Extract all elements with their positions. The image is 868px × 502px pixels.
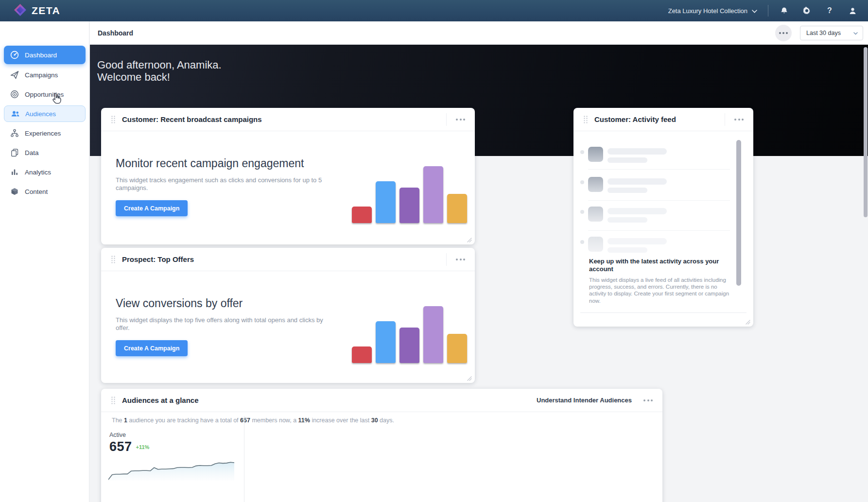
- card-menu-button[interactable]: [731, 115, 746, 124]
- chart-bar: [376, 181, 396, 223]
- chart-bar: [376, 321, 396, 363]
- activity-description: This widget displays a live feed of all …: [589, 277, 735, 304]
- engagement-bar-chart: [352, 166, 467, 223]
- widget-description: This widget tracks engagement such as cl…: [116, 176, 330, 191]
- nav-icons: ?: [779, 6, 857, 16]
- speedometer-icon: [10, 50, 19, 60]
- page-header-actions: Last 30 days: [775, 25, 868, 41]
- header-divider: [446, 113, 447, 126]
- date-range-value: Last 30 days: [806, 30, 841, 36]
- chevron-down-icon: [853, 30, 858, 36]
- resize-handle-icon[interactable]: [466, 236, 472, 242]
- drag-handle-icon[interactable]: [583, 115, 588, 124]
- page-scrollbar-thumb[interactable]: [864, 47, 868, 217]
- skeleton-avatar: [588, 177, 603, 192]
- sidebar-item-content[interactable]: Content: [4, 183, 86, 200]
- sidebar-item-label: Content: [25, 188, 48, 195]
- brand-logo[interactable]: ZETA: [0, 3, 60, 18]
- card-bottom-divider: [580, 312, 746, 313]
- understand-intender-audiences-link[interactable]: Understand Intender Audiences: [537, 397, 632, 404]
- nav-right-cluster: Zeta Luxury Hotel Collection ?: [668, 5, 868, 17]
- skeleton-bullet: [580, 150, 584, 154]
- skeleton-bullet: [580, 210, 584, 214]
- header-divider: [725, 113, 725, 126]
- active-trend-sparkline: [108, 459, 234, 481]
- active-count: 657: [109, 439, 132, 454]
- sidebar-item-label: Campaigns: [25, 71, 58, 79]
- sidebar-item-label: Data: [25, 149, 39, 156]
- chart-bar: [423, 166, 443, 223]
- create-campaign-button[interactable]: Create A Campaign: [116, 200, 188, 216]
- chart-bar: [447, 194, 467, 223]
- card-activity-feed: Customer: Activity feed: [573, 108, 753, 327]
- skeleton-line: [608, 188, 647, 193]
- card-title: Audiences at a glance: [122, 396, 199, 404]
- sidebar-item-data[interactable]: Data: [4, 144, 86, 161]
- card-title: Customer: Recent broadcast campaigns: [122, 115, 262, 123]
- stat-divider: [244, 416, 244, 502]
- widget-heading: View conversions by offer: [116, 297, 243, 310]
- create-campaign-button[interactable]: Create A Campaign: [116, 340, 188, 356]
- chart-bar: [399, 328, 419, 363]
- chart-bar: [399, 188, 419, 223]
- card-menu-button[interactable]: [453, 255, 468, 264]
- activity-heading: Keep up with the latest activity across …: [589, 258, 730, 273]
- drag-handle-icon[interactable]: [111, 396, 116, 405]
- sidebar-item-opportunities[interactable]: Opportunities: [4, 86, 86, 103]
- card-menu-button[interactable]: [453, 115, 468, 124]
- chart-bar: [447, 334, 467, 363]
- card-title: Customer: Activity feed: [594, 115, 676, 123]
- chart-bar: [352, 346, 372, 363]
- skeleton-line: [608, 217, 647, 223]
- zeta-diamond-icon: [14, 3, 27, 18]
- feed-separator: [588, 230, 730, 231]
- bar-chart-icon: [10, 167, 19, 177]
- card-header: Audiences at a glance Understand Intende…: [101, 389, 662, 412]
- delta-badge: +11%: [136, 444, 150, 450]
- drag-handle-icon[interactable]: [111, 115, 116, 124]
- more-options-button[interactable]: [775, 25, 792, 41]
- feed-separator: [588, 200, 730, 201]
- sidebar-item-analytics[interactable]: Analytics: [4, 164, 86, 180]
- skeleton-bullet: [580, 240, 584, 244]
- skeleton-avatar: [588, 237, 603, 252]
- chart-bar: [423, 306, 443, 363]
- card-header: Prospect: Top Offers: [101, 248, 475, 271]
- account-switcher[interactable]: Zeta Luxury Hotel Collection: [668, 7, 757, 15]
- resize-handle-icon[interactable]: [466, 374, 472, 380]
- sidebar-item-campaigns[interactable]: Campaigns: [4, 67, 86, 83]
- feed-scrollbar-thumb[interactable]: [736, 140, 741, 286]
- help-icon[interactable]: ?: [825, 6, 834, 16]
- sidebar: Dashboard Campaigns Opportunities Audien…: [0, 21, 89, 502]
- card-header: Customer: Recent broadcast campaigns: [101, 108, 475, 131]
- feed-separator: [588, 169, 730, 170]
- sidebar-item-experiences[interactable]: Experiences: [4, 125, 86, 141]
- sidebar-item-label: Experiences: [25, 130, 61, 137]
- sidebar-item-audiences[interactable]: Audiences: [4, 105, 86, 122]
- resize-handle-icon[interactable]: [745, 318, 750, 324]
- card-title: Prospect: Top Offers: [122, 255, 194, 263]
- people-icon: [10, 109, 20, 119]
- card-audiences-at-a-glance: Audiences at a glance Understand Intende…: [101, 389, 662, 502]
- bell-icon[interactable]: [779, 6, 789, 16]
- card-recent-broadcast-campaigns: Customer: Recent broadcast campaigns Mon…: [101, 108, 475, 244]
- card-menu-button[interactable]: [641, 396, 656, 405]
- page-title: Dashboard: [98, 29, 133, 37]
- cube-icon: [10, 187, 19, 196]
- sidebar-item-label: Analytics: [25, 169, 51, 176]
- user-icon[interactable]: [848, 6, 857, 16]
- stat-value-row: 657 +11%: [109, 439, 149, 454]
- top-navbar: ZETA Zeta Luxury Hotel Collection ?: [0, 0, 868, 21]
- target-icon: [10, 89, 19, 99]
- sidebar-item-dashboard[interactable]: Dashboard: [4, 46, 86, 64]
- card-prospect-top-offers: Prospect: Top Offers View conversions by…: [101, 248, 475, 383]
- date-range-select[interactable]: Last 30 days: [800, 26, 863, 40]
- paper-plane-icon: [10, 70, 19, 80]
- app-root: ZETA Zeta Luxury Hotel Collection ?: [0, 0, 868, 502]
- gear-icon[interactable]: [802, 6, 812, 16]
- drag-handle-icon[interactable]: [111, 255, 116, 264]
- page-header-bar: Dashboard Last 30 days: [90, 21, 868, 45]
- skeleton-line: [608, 148, 667, 155]
- skeleton-bullet: [580, 180, 584, 184]
- widget-heading: Monitor recent campaign engagement: [116, 157, 304, 170]
